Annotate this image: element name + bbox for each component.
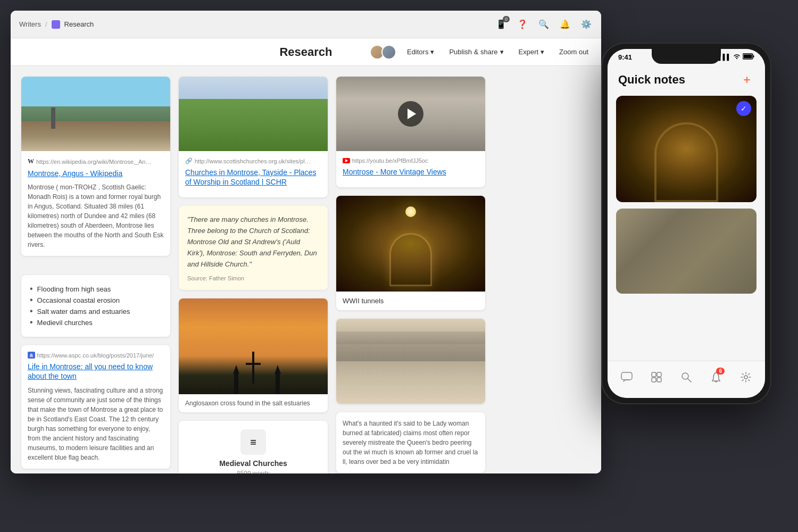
old-photo-card xyxy=(336,319,485,404)
field-image xyxy=(179,77,328,151)
phone-title: Quick notes xyxy=(618,73,685,87)
haunted-text: What's a haunted it's said to be Lady wo… xyxy=(343,419,479,467)
aspc-card: a https://www.aspc.co.uk/blog/posts/2017… xyxy=(21,345,170,468)
video-card-body: https://youtu.be/xPfBmfJJ5oc Montrose - … xyxy=(336,151,485,187)
search-button[interactable]: 🔍 xyxy=(537,18,550,31)
editor-avatars xyxy=(370,45,396,60)
wikipedia-link[interactable]: Montrose, Angus - Wikipedia xyxy=(28,169,164,178)
content-area: W https://en.wikipedia.org/wiki/Montrose… xyxy=(11,66,601,473)
editors-button[interactable]: Editors ▾ xyxy=(403,46,438,58)
column-3: https://youtu.be/xPfBmfJJ5oc Montrose - … xyxy=(336,77,485,473)
churches-card-body: 🔗 http://www.scottishchurches.org.uk/sit… xyxy=(179,151,328,197)
breadcrumb: Writers / Research xyxy=(19,20,94,29)
wikipedia-url-link[interactable]: https://en.wikipedia.org/wiki/Montrose,_… xyxy=(36,159,153,165)
spacer-1 xyxy=(21,264,170,267)
title-bar: Writers / Research 📱 0 ❓ 🔍 🔔 ⚙️ xyxy=(11,11,601,38)
churches-link[interactable]: Churches in Montrose, Tayside - Places o… xyxy=(185,168,321,187)
breadcrumb-writers[interactable]: Writers xyxy=(19,20,41,28)
device-badge: 0 xyxy=(503,16,510,22)
phone-nav-search[interactable] xyxy=(677,368,696,387)
wikipedia-card-body: W https://en.wikipedia.org/wiki/Montrose… xyxy=(21,151,170,256)
app-window: Writers / Research 📱 0 ❓ 🔍 🔔 ⚙️ Research… xyxy=(11,11,601,473)
wikipedia-url: W https://en.wikipedia.org/wiki/Montrose… xyxy=(28,157,164,165)
wikipedia-card: W https://en.wikipedia.org/wiki/Montrose… xyxy=(21,77,170,256)
phone-overlay: 9:41 ▌▌▌ xyxy=(601,43,771,404)
medieval-doc-card[interactable]: ≡ Medieval Churches 8599 words xyxy=(179,421,328,473)
town-image xyxy=(21,77,170,151)
aspc-link[interactable]: Life in Montrose: all you need to know a… xyxy=(28,362,164,381)
youtube-icon xyxy=(343,158,350,163)
cross-image xyxy=(179,298,328,394)
youtube-url-link[interactable]: https://youtu.be/xPfBmfJJ5oc xyxy=(352,157,428,164)
tunnel-arch xyxy=(389,233,432,286)
zoom-button[interactable]: Zoom out xyxy=(555,46,593,58)
doc-words: 8599 words xyxy=(237,470,270,473)
silhouette-right xyxy=(272,365,283,394)
phone-nav-grid[interactable] xyxy=(647,368,666,387)
svg-point-11 xyxy=(744,376,747,379)
quote-card: "There are many churches in Montrose. Th… xyxy=(179,206,328,290)
svg-point-9 xyxy=(682,373,688,379)
breadcrumb-research[interactable]: Research xyxy=(64,20,94,28)
canvas: W https://en.wikipedia.org/wiki/Montrose… xyxy=(11,66,601,473)
battery-icon xyxy=(743,53,754,61)
phone-screen: 9:41 ▌▌▌ xyxy=(608,49,765,398)
doc-icon: ≡ xyxy=(240,429,266,455)
column-1: W https://en.wikipedia.org/wiki/Montrose… xyxy=(21,77,170,469)
churches-url-link[interactable]: http://www.scottishchurches.org.uk/sites… xyxy=(195,158,312,164)
device-button[interactable]: 📱 0 xyxy=(495,18,508,31)
aspc-icon: a xyxy=(28,352,35,359)
cross-card: Anglosaxon cross found in the salt estua… xyxy=(179,298,328,412)
churches-url: 🔗 http://www.scottishchurches.org.uk/sit… xyxy=(185,157,321,164)
phone-time: 9:41 xyxy=(618,53,632,61)
haunted-text-card: What's a haunted it's said to be Lady wo… xyxy=(336,412,485,473)
phone-nav-settings[interactable] xyxy=(736,368,755,387)
link-icon: 🔗 xyxy=(185,157,193,164)
title-bar-actions: 📱 0 ❓ 🔍 🔔 ⚙️ xyxy=(495,18,593,31)
expert-button[interactable]: Expert ▾ xyxy=(514,46,549,58)
video-card: https://youtu.be/xPfBmfJJ5oc Montrose - … xyxy=(336,77,485,187)
tunnel-light xyxy=(405,206,416,217)
settings-button[interactable]: ⚙️ xyxy=(580,18,593,31)
svg-rect-5 xyxy=(652,372,656,377)
phone-frame: 9:41 ▌▌▌ xyxy=(601,43,771,404)
wwii-card: WWII tunnels xyxy=(336,196,485,310)
phone-nav-notifications[interactable]: 6 xyxy=(706,368,726,387)
wwii-label: WWII tunnels xyxy=(336,292,485,310)
phone-content: Quick notes + ✓ xyxy=(608,72,765,294)
phone-nav-chat[interactable] xyxy=(617,368,636,387)
phone-tunnel-bg xyxy=(616,96,757,202)
tunnel-image xyxy=(336,196,485,292)
svg-rect-8 xyxy=(657,378,661,382)
page-title: Research xyxy=(279,45,332,59)
notifications-button[interactable]: 🔔 xyxy=(559,18,571,31)
svg-rect-6 xyxy=(657,372,661,377)
svg-rect-4 xyxy=(621,372,632,380)
publish-button[interactable]: Publish & share ▾ xyxy=(445,46,508,58)
aspc-url-link[interactable]: https://www.aspc.co.uk/blog/posts/2017/j… xyxy=(37,352,154,359)
wikipedia-text: Montrose ( mon-TROHZ , Scottish Gaelic: … xyxy=(28,182,164,250)
help-button[interactable]: ❓ xyxy=(516,18,529,31)
silhouette-left xyxy=(231,365,242,394)
cross-caption: Anglosaxon cross found in the salt estua… xyxy=(179,394,328,412)
toolbar-right: Editors ▾ Publish & share ▾ Expert ▾ Zoo… xyxy=(370,45,593,60)
youtube-link[interactable]: Montrose - More Vintage Views xyxy=(343,167,479,177)
play-button[interactable] xyxy=(398,101,423,127)
column-2: 🔗 http://www.scottishchurches.org.uk/sit… xyxy=(179,77,328,473)
svg-line-10 xyxy=(688,379,691,382)
phone-bottom-nav: 6 xyxy=(608,361,765,398)
svg-rect-3 xyxy=(744,55,752,59)
toolbar: Research Editors ▾ Publish & share ▾ Exp… xyxy=(11,38,601,66)
phone-tunnel-arch xyxy=(654,122,718,202)
list-item-1: Flooding from high seas xyxy=(30,284,162,295)
list-item-3: Salt water dams and estuaries xyxy=(30,306,162,317)
phone-add-button[interactable]: + xyxy=(739,72,754,87)
check-badge: ✓ xyxy=(736,101,751,116)
churches-card: 🔗 http://www.scottishchurches.org.uk/sit… xyxy=(179,77,328,197)
aspc-text: Stunning views, fascinating culture and … xyxy=(28,386,164,462)
quote-source: Source: Father Simon xyxy=(187,275,319,281)
old-street-image xyxy=(336,319,485,404)
wifi-icon xyxy=(733,53,741,61)
svg-rect-7 xyxy=(652,378,656,382)
research-icon xyxy=(52,20,60,29)
